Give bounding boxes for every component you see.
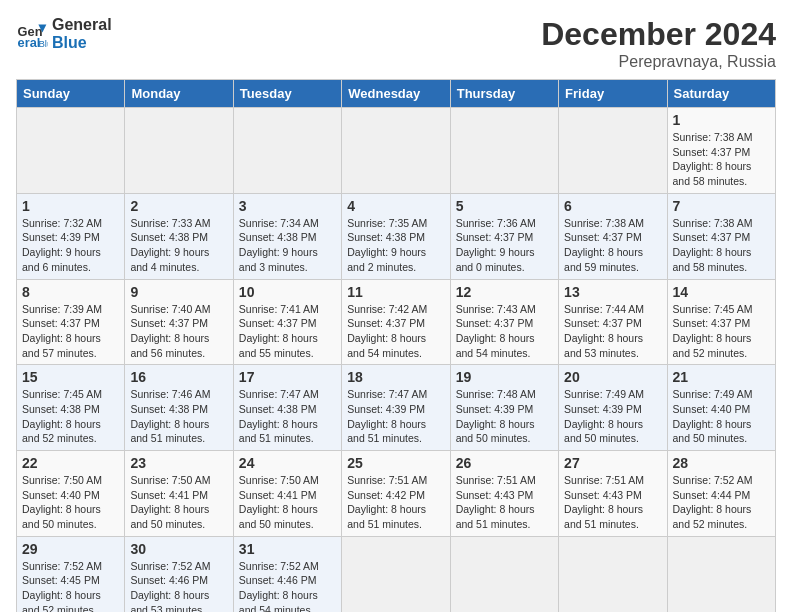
calendar-cell: 2Sunrise: 7:33 AMSunset: 4:38 PMDaylight… xyxy=(125,193,233,279)
calendar-cell: 26Sunrise: 7:51 AMSunset: 4:43 PMDayligh… xyxy=(450,451,558,537)
day-details: Sunrise: 7:33 AMSunset: 4:38 PMDaylight:… xyxy=(130,216,227,275)
calendar-subtitle: Perepravnaya, Russia xyxy=(541,53,776,71)
day-details: Sunrise: 7:46 AMSunset: 4:38 PMDaylight:… xyxy=(130,387,227,446)
calendar-cell: 21Sunrise: 7:49 AMSunset: 4:40 PMDayligh… xyxy=(667,365,775,451)
day-header-friday: Friday xyxy=(559,80,667,108)
calendar-cell xyxy=(233,108,341,194)
calendar-cell: 18Sunrise: 7:47 AMSunset: 4:39 PMDayligh… xyxy=(342,365,450,451)
day-number: 7 xyxy=(673,198,770,214)
day-number: 21 xyxy=(673,369,770,385)
day-details: Sunrise: 7:51 AMSunset: 4:43 PMDaylight:… xyxy=(564,473,661,532)
calendar-table: SundayMondayTuesdayWednesdayThursdayFrid… xyxy=(16,79,776,612)
day-number: 29 xyxy=(22,541,119,557)
day-number: 14 xyxy=(673,284,770,300)
week-row-5: 22Sunrise: 7:50 AMSunset: 4:40 PMDayligh… xyxy=(17,451,776,537)
title-area: December 2024 Perepravnaya, Russia xyxy=(541,16,776,71)
day-number: 1 xyxy=(22,198,119,214)
calendar-cell xyxy=(342,108,450,194)
day-details: Sunrise: 7:35 AMSunset: 4:38 PMDaylight:… xyxy=(347,216,444,275)
day-details: Sunrise: 7:32 AMSunset: 4:39 PMDaylight:… xyxy=(22,216,119,275)
day-details: Sunrise: 7:34 AMSunset: 4:38 PMDaylight:… xyxy=(239,216,336,275)
svg-text:Blue: Blue xyxy=(38,37,48,48)
day-number: 2 xyxy=(130,198,227,214)
calendar-cell: 12Sunrise: 7:43 AMSunset: 4:37 PMDayligh… xyxy=(450,279,558,365)
calendar-cell xyxy=(559,108,667,194)
day-details: Sunrise: 7:49 AMSunset: 4:40 PMDaylight:… xyxy=(673,387,770,446)
calendar-cell: 3Sunrise: 7:34 AMSunset: 4:38 PMDaylight… xyxy=(233,193,341,279)
day-details: Sunrise: 7:52 AMSunset: 4:46 PMDaylight:… xyxy=(239,559,336,612)
day-details: Sunrise: 7:51 AMSunset: 4:42 PMDaylight:… xyxy=(347,473,444,532)
day-details: Sunrise: 7:39 AMSunset: 4:37 PMDaylight:… xyxy=(22,302,119,361)
calendar-cell: 8Sunrise: 7:39 AMSunset: 4:37 PMDaylight… xyxy=(17,279,125,365)
day-details: Sunrise: 7:38 AMSunset: 4:37 PMDaylight:… xyxy=(673,130,770,189)
day-header-wednesday: Wednesday xyxy=(342,80,450,108)
calendar-cell: 16Sunrise: 7:46 AMSunset: 4:38 PMDayligh… xyxy=(125,365,233,451)
calendar-cell: 27Sunrise: 7:51 AMSunset: 4:43 PMDayligh… xyxy=(559,451,667,537)
calendar-cell xyxy=(125,108,233,194)
day-number: 28 xyxy=(673,455,770,471)
calendar-cell: 7Sunrise: 7:38 AMSunset: 4:37 PMDaylight… xyxy=(667,193,775,279)
calendar-cell: 20Sunrise: 7:49 AMSunset: 4:39 PMDayligh… xyxy=(559,365,667,451)
day-number: 16 xyxy=(130,369,227,385)
day-number: 25 xyxy=(347,455,444,471)
day-number: 27 xyxy=(564,455,661,471)
day-details: Sunrise: 7:50 AMSunset: 4:40 PMDaylight:… xyxy=(22,473,119,532)
day-details: Sunrise: 7:45 AMSunset: 4:38 PMDaylight:… xyxy=(22,387,119,446)
day-details: Sunrise: 7:50 AMSunset: 4:41 PMDaylight:… xyxy=(239,473,336,532)
day-details: Sunrise: 7:51 AMSunset: 4:43 PMDaylight:… xyxy=(456,473,553,532)
day-details: Sunrise: 7:48 AMSunset: 4:39 PMDaylight:… xyxy=(456,387,553,446)
calendar-cell: 29Sunrise: 7:52 AMSunset: 4:45 PMDayligh… xyxy=(17,536,125,612)
day-header-sunday: Sunday xyxy=(17,80,125,108)
calendar-cell: 15Sunrise: 7:45 AMSunset: 4:38 PMDayligh… xyxy=(17,365,125,451)
day-number: 4 xyxy=(347,198,444,214)
day-number: 22 xyxy=(22,455,119,471)
day-number: 30 xyxy=(130,541,227,557)
day-number: 3 xyxy=(239,198,336,214)
calendar-cell: 11Sunrise: 7:42 AMSunset: 4:37 PMDayligh… xyxy=(342,279,450,365)
calendar-cell: 6Sunrise: 7:38 AMSunset: 4:37 PMDaylight… xyxy=(559,193,667,279)
calendar-cell: 10Sunrise: 7:41 AMSunset: 4:37 PMDayligh… xyxy=(233,279,341,365)
day-number: 20 xyxy=(564,369,661,385)
header: Gen eral Blue General Blue December 2024… xyxy=(16,16,776,71)
calendar-cell: 19Sunrise: 7:48 AMSunset: 4:39 PMDayligh… xyxy=(450,365,558,451)
day-header-thursday: Thursday xyxy=(450,80,558,108)
day-number: 31 xyxy=(239,541,336,557)
day-number: 5 xyxy=(456,198,553,214)
day-number: 1 xyxy=(673,112,770,128)
day-header-tuesday: Tuesday xyxy=(233,80,341,108)
day-details: Sunrise: 7:52 AMSunset: 4:44 PMDaylight:… xyxy=(673,473,770,532)
calendar-cell: 1Sunrise: 7:32 AMSunset: 4:39 PMDaylight… xyxy=(17,193,125,279)
calendar-cell xyxy=(450,536,558,612)
calendar-cell xyxy=(667,536,775,612)
day-details: Sunrise: 7:36 AMSunset: 4:37 PMDaylight:… xyxy=(456,216,553,275)
svg-text:eral: eral xyxy=(18,34,41,49)
calendar-cell: 31Sunrise: 7:52 AMSunset: 4:46 PMDayligh… xyxy=(233,536,341,612)
calendar-cell: 13Sunrise: 7:44 AMSunset: 4:37 PMDayligh… xyxy=(559,279,667,365)
day-number: 8 xyxy=(22,284,119,300)
day-number: 23 xyxy=(130,455,227,471)
calendar-cell: 4Sunrise: 7:35 AMSunset: 4:38 PMDaylight… xyxy=(342,193,450,279)
day-number: 26 xyxy=(456,455,553,471)
calendar-cell: 5Sunrise: 7:36 AMSunset: 4:37 PMDaylight… xyxy=(450,193,558,279)
day-details: Sunrise: 7:47 AMSunset: 4:39 PMDaylight:… xyxy=(347,387,444,446)
day-details: Sunrise: 7:38 AMSunset: 4:37 PMDaylight:… xyxy=(564,216,661,275)
calendar-title: December 2024 xyxy=(541,16,776,53)
calendar-cell xyxy=(559,536,667,612)
day-details: Sunrise: 7:44 AMSunset: 4:37 PMDaylight:… xyxy=(564,302,661,361)
day-details: Sunrise: 7:52 AMSunset: 4:46 PMDaylight:… xyxy=(130,559,227,612)
calendar-cell: 28Sunrise: 7:52 AMSunset: 4:44 PMDayligh… xyxy=(667,451,775,537)
calendar-cell: 23Sunrise: 7:50 AMSunset: 4:41 PMDayligh… xyxy=(125,451,233,537)
day-number: 10 xyxy=(239,284,336,300)
week-row-1: 1Sunrise: 7:38 AMSunset: 4:37 PMDaylight… xyxy=(17,108,776,194)
day-details: Sunrise: 7:41 AMSunset: 4:37 PMDaylight:… xyxy=(239,302,336,361)
calendar-cell: 17Sunrise: 7:47 AMSunset: 4:38 PMDayligh… xyxy=(233,365,341,451)
day-details: Sunrise: 7:38 AMSunset: 4:37 PMDaylight:… xyxy=(673,216,770,275)
day-details: Sunrise: 7:43 AMSunset: 4:37 PMDaylight:… xyxy=(456,302,553,361)
logo-line1: General xyxy=(52,16,112,34)
calendar-cell: 22Sunrise: 7:50 AMSunset: 4:40 PMDayligh… xyxy=(17,451,125,537)
calendar-cell: 25Sunrise: 7:51 AMSunset: 4:42 PMDayligh… xyxy=(342,451,450,537)
day-number: 19 xyxy=(456,369,553,385)
day-number: 18 xyxy=(347,369,444,385)
day-details: Sunrise: 7:52 AMSunset: 4:45 PMDaylight:… xyxy=(22,559,119,612)
day-number: 13 xyxy=(564,284,661,300)
